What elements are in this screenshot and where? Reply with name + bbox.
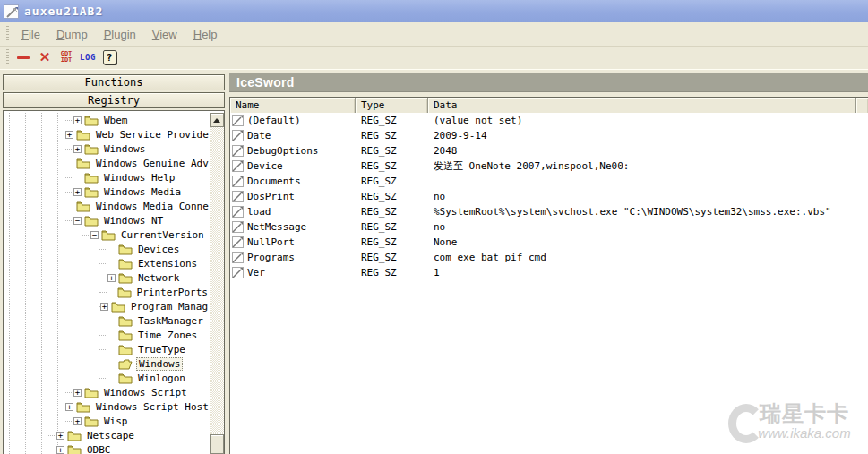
value-data: 发送至 OneNote 2007,winspool,Ne00: [428,159,868,173]
expand-plus-box[interactable]: + [56,432,64,440]
log-button[interactable]: LOG [78,47,98,67]
registry-panel-button[interactable]: Registry [3,92,225,108]
folder-icon [76,129,90,141]
tree-item-label: Wisp [102,415,130,427]
tree-item-label: TaskManager [136,315,205,327]
expand-plus-box[interactable]: + [73,145,82,153]
title-bar: auxeu21AB2 [0,0,868,22]
tree-item-windows[interactable]: Windows [4,356,210,371]
tree-item-odbc[interactable]: +ODBC [4,442,210,454]
tree-item-label: Devices [136,244,181,255]
tree-item-windows-genuine-adv[interactable]: Windows Genuine Adv [4,156,210,170]
menu-item-file[interactable]: File [13,25,48,44]
menu-grip-handle[interactable] [4,26,11,42]
value-type: REG_SZ [356,160,428,172]
tree-item-printerports[interactable]: PrinterPorts [4,285,210,299]
tree-item-netscape[interactable]: +Netscape [4,428,210,442]
expand-plus-box[interactable]: + [73,389,82,397]
value-data: 2048 [428,145,868,157]
expand-plus-box[interactable]: + [107,274,116,282]
value-name: DebugOptions [247,145,318,157]
tree-item-web-service-provide-[interactable]: +Web Service Provide: [4,127,210,141]
tree-item-windows-script-host[interactable]: +Windows Script Host [4,399,210,414]
string-value-icon [232,130,244,141]
tree-item-devices[interactable]: Devices [4,242,210,256]
value-name: Ver [247,267,265,278]
tree-item-label: Web Service Provide: [94,129,216,141]
tree-item-windows-help[interactable]: Windows Help [4,170,210,184]
value-row-programs[interactable]: ProgramsREG_SZcom exe bat pif cmd [230,250,868,265]
tree-item-label: Windows [102,143,147,155]
menu-item-help[interactable]: Help [185,25,226,44]
folder-icon [76,201,90,212]
tree-item-wbem[interactable]: +Wbem [4,113,210,127]
folder-icon [118,373,133,384]
value-row-date[interactable]: DateREG_SZ2009-9-14 [230,128,868,143]
value-row--default-[interactable]: (Default)REG_SZ(value not set) [230,113,868,128]
tree-item-windows-media-conne[interactable]: Windows Media Conne [4,199,210,213]
tree-connector [65,392,73,393]
collapse-minus-box[interactable]: − [90,231,99,239]
tree-item-label: Windows Media Conne [94,201,211,212]
tree-item-truetype[interactable]: TrueType [4,342,210,356]
value-row-ver[interactable]: VerREG_SZ1 [230,265,868,280]
tree-item-currentversion[interactable]: −CurrentVersion [4,227,210,242]
tree-item-winlogon[interactable]: Winlogon [4,371,210,385]
tree-item-label: CurrentVersion [119,229,206,241]
folder-icon [118,272,133,284]
value-row-netmessage[interactable]: NetMessageREG_SZno [230,219,868,235]
column-header-name[interactable]: Name [230,98,356,113]
tree-item-extensions[interactable]: Extensions [4,256,210,270]
value-type: REG_SZ [356,115,428,126]
expand-plus-box[interactable]: + [56,446,64,454]
expand-plus-box[interactable]: + [65,403,73,411]
tree-item-taskmanager[interactable]: TaskManager [4,313,210,328]
value-row-load[interactable]: loadREG_SZ%SystemRoot%\system\svchost.ex… [230,204,868,219]
string-value-icon [232,221,244,233]
functions-panel-button[interactable]: Functions [3,74,225,90]
tree-item-program-manag[interactable]: +Program Manag [4,299,210,313]
menu-item-plugin[interactable]: Plugin [96,25,144,44]
expand-plus-box[interactable]: + [73,116,82,124]
tree-scrollbar[interactable] [210,113,224,454]
folder-icon [118,315,133,327]
tree-item-windows[interactable]: +Windows [4,141,210,156]
expand-plus-box[interactable]: + [73,417,82,425]
tree-item-label: Network [136,272,181,284]
tree-item-windows-script[interactable]: +Windows Script [4,385,210,399]
column-header-data[interactable]: Data [428,98,856,113]
column-header-type[interactable]: Type [356,98,428,113]
folder-icon [84,172,99,184]
scroll-up-button[interactable] [210,113,224,127]
scrollbar-thumb[interactable] [210,434,224,454]
value-row-debugoptions[interactable]: DebugOptionsREG_SZ2048 [230,143,868,158]
tree-item-windows-media[interactable]: +Windows Media [4,184,210,199]
app-icon [4,4,19,19]
menu-item-view[interactable]: View [144,25,185,44]
tree-item-label: Windows NT [102,215,165,227]
value-row-documents[interactable]: DocumentsREG_SZ [230,174,868,189]
value-row-device[interactable]: DeviceREG_SZ发送至 OneNote 2007,winspool,Ne… [230,158,868,174]
tree-connector [65,177,73,178]
gdt-idt-button[interactable]: GDT IDT [56,47,76,67]
minimize-button[interactable] [13,47,33,67]
help-button[interactable]: ? [99,47,119,67]
folder-icon [101,229,116,241]
toolbar-grip-handle[interactable] [4,49,11,65]
menu-item-dump[interactable]: Dump [48,25,96,44]
folder-icon [84,115,99,126]
tree-connector [99,263,107,264]
collapse-minus-box[interactable]: − [73,217,82,225]
value-row-dosprint[interactable]: DosPrintREG_SZno [230,189,868,204]
value-data: %SystemRoot%\system\svchost.exe "C:\WIND… [428,206,868,218]
expand-plus-box[interactable]: + [65,131,73,139]
string-value-icon [232,252,244,263]
tree-item-windows-nt[interactable]: −Windows NT [4,213,210,227]
close-button[interactable]: ✕ [35,47,55,67]
tree-item-wisp[interactable]: +Wisp [4,414,210,428]
value-row-nullport[interactable]: NullPortREG_SZNone [230,235,868,250]
tree-item-time-zones[interactable]: Time Zones [4,328,210,342]
tree-item-network[interactable]: +Network [4,270,210,285]
expand-plus-box[interactable]: + [100,303,108,311]
expand-plus-box[interactable]: + [73,188,82,196]
